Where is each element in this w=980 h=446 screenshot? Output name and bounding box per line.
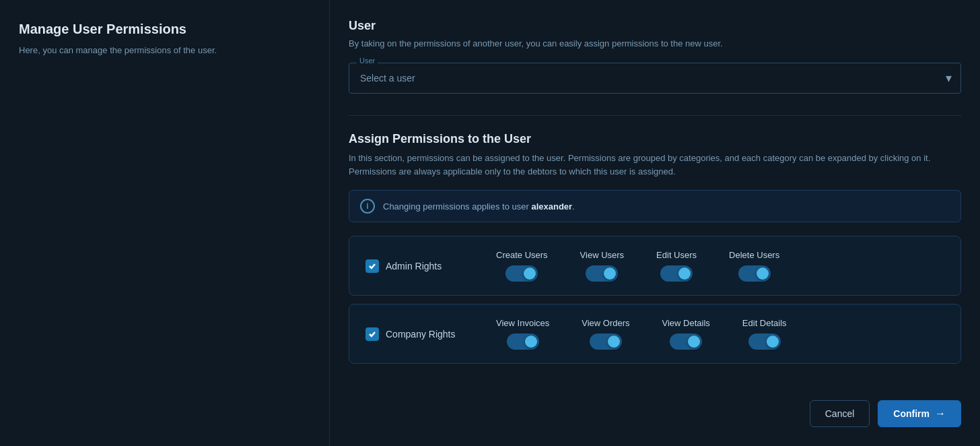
checkbox-label-admin[interactable]: Admin Rights [365, 259, 480, 273]
toggle-company-1[interactable] [590, 333, 622, 350]
toggle-thumb-company-1 [608, 336, 620, 348]
permission-item-company-2: View Details [662, 318, 710, 350]
checkbox-label-company[interactable]: Company Rights [365, 327, 480, 341]
page-title: Manage User Permissions [19, 22, 310, 37]
arrow-right-icon: → [935, 408, 946, 420]
permission-item-label-admin-0: Create Users [496, 250, 548, 260]
permission-item-label-company-0: View Invoices [496, 318, 549, 328]
assign-title: Assign Permissions to the User [349, 132, 961, 146]
info-icon: i [360, 199, 375, 214]
permissions-card-company: Company RightsView InvoicesView OrdersVi… [349, 304, 961, 364]
permission-item-label-admin-1: View Users [580, 250, 625, 260]
right-panel: User By taking on the permissions of ano… [330, 0, 980, 446]
permission-item-company-0: View Invoices [496, 318, 549, 350]
toggle-admin-0[interactable] [505, 265, 538, 282]
checkbox-company[interactable] [365, 327, 379, 341]
toggle-company-2[interactable] [670, 333, 702, 350]
toggle-thumb-company-3 [767, 336, 779, 348]
checkbox-admin[interactable] [365, 259, 379, 273]
toggle-thumb-admin-3 [757, 267, 769, 280]
user-select-wrapper: User Select a user ▾ [349, 63, 961, 94]
permission-item-label-admin-2: Edit Users [656, 250, 697, 260]
confirm-button[interactable]: Confirm → [878, 400, 961, 427]
section-divider [349, 115, 961, 116]
permissions-card-admin: Admin RightsCreate UsersView UsersEdit U… [349, 236, 961, 296]
user-select[interactable]: Select a user [349, 63, 961, 94]
assign-desc-1: In this section, permissions can be assi… [349, 152, 961, 180]
user-section: User By taking on the permissions of ano… [349, 19, 961, 110]
permission-item-company-1: View Orders [582, 318, 629, 350]
permission-items-admin: Create UsersView UsersEdit UsersDelete U… [496, 250, 944, 282]
page-description: Here, you can manage the permissions of … [19, 44, 310, 57]
permission-item-label-admin-3: Delete Users [729, 250, 779, 260]
toggle-company-3[interactable] [748, 333, 781, 350]
permission-item-company-3: Edit Details [742, 318, 787, 350]
permission-item-label-company-2: View Details [662, 318, 710, 328]
toggle-thumb-company-0 [525, 336, 537, 348]
permission-item-admin-1: View Users [580, 250, 625, 282]
toggle-company-0[interactable] [507, 333, 539, 350]
cancel-button[interactable]: Cancel [810, 400, 870, 427]
toggle-admin-1[interactable] [586, 265, 618, 282]
assign-permissions-section: Assign Permissions to the User In this s… [349, 132, 961, 373]
info-username: alexander [531, 201, 572, 212]
user-section-title: User [349, 19, 961, 33]
left-panel: Manage User Permissions Here, you can ma… [0, 0, 330, 446]
permission-items-company: View InvoicesView OrdersView DetailsEdit… [496, 318, 944, 350]
checkbox-text-company: Company Rights [386, 329, 456, 340]
permissions-container: Admin RightsCreate UsersView UsersEdit U… [349, 236, 961, 364]
toggle-admin-2[interactable] [660, 265, 693, 282]
user-section-subtitle: By taking on the permissions of another … [349, 37, 961, 51]
permission-item-admin-2: Edit Users [656, 250, 697, 282]
toggle-admin-3[interactable] [738, 265, 771, 282]
info-banner: i Changing permissions applies to user a… [349, 190, 961, 222]
permission-item-label-company-3: Edit Details [742, 318, 787, 328]
permission-item-label-company-1: View Orders [582, 318, 629, 328]
permission-item-admin-3: Delete Users [729, 250, 779, 282]
footer-buttons: Cancel Confirm → [349, 387, 961, 427]
permission-item-admin-0: Create Users [496, 250, 548, 282]
checkbox-text-admin: Admin Rights [386, 261, 442, 272]
user-select-label: User [357, 57, 378, 65]
info-text: Changing permissions applies to user ale… [383, 201, 575, 212]
